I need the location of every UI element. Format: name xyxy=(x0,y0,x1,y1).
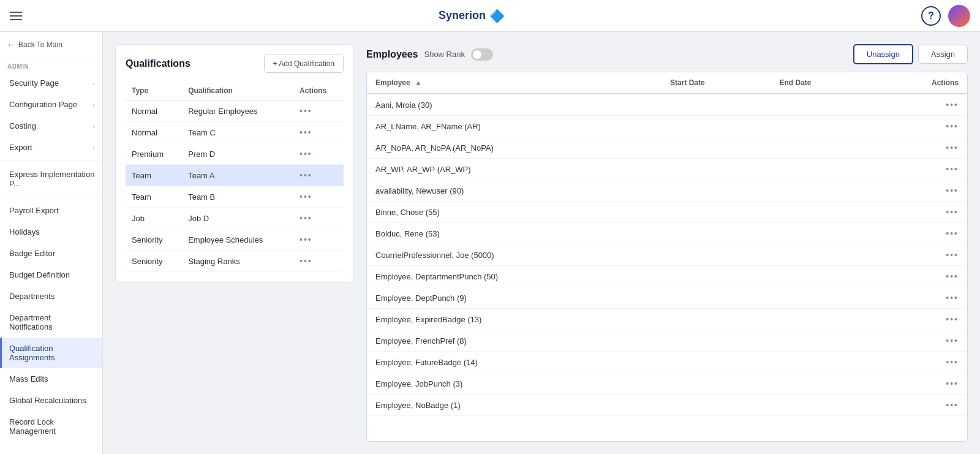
qual-actions-cell[interactable]: ••• xyxy=(293,186,344,208)
top-nav-right: ? xyxy=(921,5,970,27)
emp-actions-cell[interactable]: ••• xyxy=(874,202,967,223)
back-to-main[interactable]: ← Back To Main xyxy=(0,32,102,58)
sidebar-item-record-lock-management[interactable]: Record Lock Management xyxy=(0,411,102,442)
emp-table-row[interactable]: AR_LName, AR_FName (AR) ••• xyxy=(367,116,967,137)
emp-actions-cell[interactable]: ••• xyxy=(874,244,967,266)
emp-table-row[interactable]: Employee, JobPunch (3) ••• xyxy=(367,373,967,395)
avatar[interactable] xyxy=(948,5,970,27)
emp-table-row[interactable]: AR_WP, AR_WP (AR_WP) ••• xyxy=(367,159,967,180)
emp-actions-cell[interactable]: ••• xyxy=(874,287,967,309)
emp-end-date-cell xyxy=(771,223,874,244)
emp-actions-cell[interactable]: ••• xyxy=(874,373,967,395)
qual-table-row[interactable]: Seniority Staging Ranks ••• xyxy=(126,251,344,272)
emp-end-date-cell xyxy=(771,373,874,395)
sidebar-item-costing[interactable]: Costing › xyxy=(0,115,102,137)
emp-actions-cell[interactable]: ••• xyxy=(874,352,967,373)
emp-actions-cell[interactable]: ••• xyxy=(874,330,967,352)
hamburger-menu[interactable] xyxy=(10,12,22,20)
emp-start-date-cell xyxy=(662,266,771,287)
emp-name-cell: Employee, FutureBadge (14) xyxy=(367,352,662,373)
qual-actions-cell[interactable]: ••• xyxy=(293,208,344,229)
emp-end-date-cell xyxy=(771,266,874,287)
emp-end-date-cell xyxy=(771,159,874,180)
emp-actions-cell[interactable]: ••• xyxy=(874,395,967,416)
emp-name-cell: Employee, FrenchPref (8) xyxy=(367,330,662,352)
add-qualification-button[interactable]: + Add Qualification xyxy=(264,55,344,73)
qual-actions-cell[interactable]: ••• xyxy=(293,122,344,143)
qual-actions-cell[interactable]: ••• xyxy=(293,229,344,251)
emp-table-row[interactable]: CourrielProfessionnel, Joe (5000) ••• xyxy=(367,244,967,266)
qual-qualification-cell: Team C xyxy=(182,122,293,143)
sidebar-item-security-page[interactable]: Security Page › xyxy=(0,72,102,94)
sidebar-item-departments[interactable]: Departments xyxy=(0,286,102,307)
emp-start-date-cell xyxy=(662,244,771,266)
emp-table-row[interactable]: Aani, Mroia (30) ••• xyxy=(367,94,967,116)
unassign-button[interactable]: Unassign xyxy=(853,44,913,64)
qual-actions-cell[interactable]: ••• xyxy=(293,165,344,186)
emp-table-row[interactable]: Employee, DeptartmentPunch (50) ••• xyxy=(367,266,967,287)
sidebar-item-mass-edits[interactable]: Mass Edits xyxy=(0,368,102,390)
employees-panel: Employees Show Rank Unassign Assign xyxy=(366,44,968,442)
sidebar-item-express-implementation[interactable]: Express Implementation P... xyxy=(0,164,102,194)
sidebar-divider xyxy=(0,161,102,161)
back-arrow-icon: ← xyxy=(7,40,15,49)
emp-table-row[interactable]: Binne, Chose (55) ••• xyxy=(367,202,967,223)
sidebar-item-department-notifications[interactable]: Department Notifications xyxy=(0,307,102,338)
assign-button[interactable]: Assign xyxy=(918,45,968,64)
sidebar-item-qualification-assignments[interactable]: Qualification Assignments xyxy=(0,338,102,368)
qual-actions-cell[interactable]: ••• xyxy=(293,251,344,272)
qual-actions-cell[interactable]: ••• xyxy=(293,100,344,122)
emp-col-employee[interactable]: Employee ▲ xyxy=(367,72,662,94)
qual-table-row[interactable]: Normal Team C ••• xyxy=(126,122,344,143)
emp-actions-cell[interactable]: ••• xyxy=(874,309,967,330)
sidebar-item-badge-editor[interactable]: Badge Editor xyxy=(0,243,102,264)
emp-start-date-cell xyxy=(662,180,771,202)
show-rank-toggle[interactable] xyxy=(471,48,493,61)
emp-table-row[interactable]: AR_NoPA, AR_NoPA (AR_NoPA) ••• xyxy=(367,137,967,159)
qual-table-row[interactable]: Seniority Employee Schedules ••• xyxy=(126,229,344,251)
emp-table-row[interactable]: Employee, FutureBadge (14) ••• xyxy=(367,352,967,373)
qual-table-row[interactable]: Job Job D ••• xyxy=(126,208,344,229)
emp-end-date-cell xyxy=(771,244,874,266)
qual-table-row[interactable]: Team Team A ••• xyxy=(126,165,344,186)
sidebar-item-budget-definition[interactable]: Budget Definition xyxy=(0,264,102,286)
admin-section-label: ADMIN xyxy=(0,58,102,72)
sort-arrow-icon: ▲ xyxy=(415,78,422,87)
emp-table-row[interactable]: Employee, ExpiredBadge (13) ••• xyxy=(367,309,967,330)
emp-end-date-cell xyxy=(771,330,874,352)
emp-table-row[interactable]: Bolduc, Rene (53) ••• xyxy=(367,223,967,244)
emp-table-row[interactable]: Employee, DeptPunch (9) ••• xyxy=(367,287,967,309)
sidebar-item-payroll-export[interactable]: Payroll Export xyxy=(0,200,102,221)
main-content: Qualifications + Add Qualification Type … xyxy=(103,32,980,454)
sidebar-item-configuration-page[interactable]: Configuration Page › xyxy=(0,94,102,115)
emp-actions-cell[interactable]: ••• xyxy=(874,223,967,244)
qual-table-row[interactable]: Team Team B ••• xyxy=(126,186,344,208)
qual-table-row[interactable]: Normal Regular Employees ••• xyxy=(126,100,344,122)
qual-qualification-cell: Job D xyxy=(182,208,293,229)
emp-table-row[interactable]: availability, Newuser (90) ••• xyxy=(367,180,967,202)
sidebar-item-global-recalculations[interactable]: Global Recalculations xyxy=(0,390,102,411)
emp-end-date-cell xyxy=(771,202,874,223)
qual-actions-cell[interactable]: ••• xyxy=(293,143,344,165)
emp-actions-cell[interactable]: ••• xyxy=(874,94,967,116)
emp-actions-cell[interactable]: ••• xyxy=(874,266,967,287)
emp-table-row[interactable]: Employee, NoBadge (1) ••• xyxy=(367,395,967,416)
emp-end-date-cell xyxy=(771,137,874,159)
emp-actions-cell[interactable]: ••• xyxy=(874,159,967,180)
chevron-right-icon: › xyxy=(92,123,95,130)
emp-table-header-row: Employee ▲ Start Date End Date Actions xyxy=(367,72,967,94)
emp-end-date-cell xyxy=(771,94,874,116)
help-button[interactable]: ? xyxy=(921,6,941,26)
emp-actions-cell[interactable]: ••• xyxy=(874,116,967,137)
emp-actions-cell[interactable]: ••• xyxy=(874,180,967,202)
emp-table-row[interactable]: Employee, FrenchPref (8) ••• xyxy=(367,330,967,352)
emp-name-cell: availability, Newuser (90) xyxy=(367,180,662,202)
emp-actions-cell[interactable]: ••• xyxy=(874,137,967,159)
sidebar-item-holidays[interactable]: Holidays xyxy=(0,221,102,243)
emp-start-date-cell xyxy=(662,94,771,116)
qual-type-cell: Seniority xyxy=(126,229,182,251)
qual-table-row[interactable]: Premium Prem D ••• xyxy=(126,143,344,165)
qual-type-cell: Job xyxy=(126,208,182,229)
employees-table-container: Employee ▲ Start Date End Date Actions A… xyxy=(366,72,968,442)
sidebar-item-export[interactable]: Export › xyxy=(0,137,102,158)
